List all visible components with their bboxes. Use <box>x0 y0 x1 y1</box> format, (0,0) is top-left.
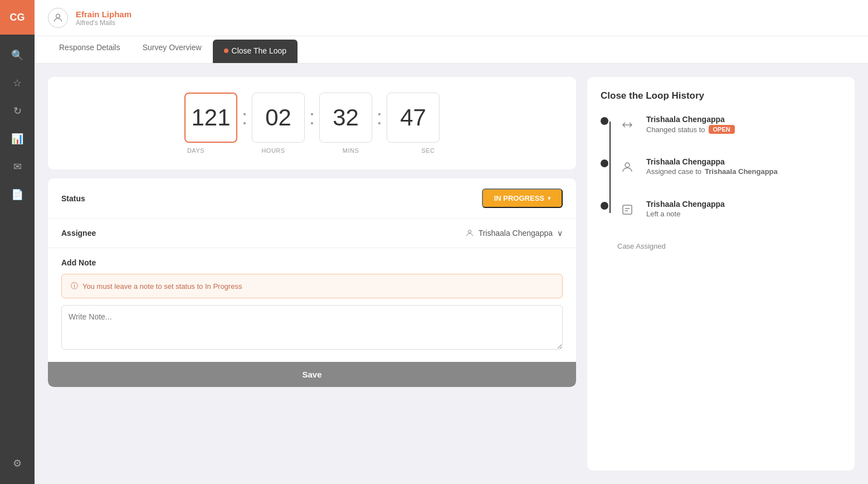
header-subtitle: Alfred's Mails <box>76 19 131 27</box>
warning-icon: ⓘ <box>71 281 78 291</box>
timeline-content-1: Trishaala Chengappa Changed status to OP… <box>646 115 841 134</box>
svg-point-1 <box>468 230 471 233</box>
svg-point-2 <box>625 163 630 167</box>
settings-icon: ⚙ <box>13 457 22 470</box>
timer-label-sec: SEC <box>402 147 455 154</box>
left-panel: 121 : 02 : 32 : 47 DAYS HOURS MINS SEC <box>48 77 576 471</box>
timer-label-hours: HOURS <box>247 147 300 154</box>
status-chevron-icon: ▾ <box>548 195 550 201</box>
sidebar-item-chart[interactable]: 📊 <box>6 127 29 151</box>
sidebar-item-refresh[interactable]: ↻ <box>6 99 29 123</box>
assignee-value: Trishaala Chengappa <box>479 229 553 238</box>
tab-close-label: Close The Loop <box>232 46 287 55</box>
warning-text: You must leave a note to set status to I… <box>82 282 242 291</box>
status-button[interactable]: IN PROGRESS ▾ <box>482 188 563 208</box>
status-row: Status IN PROGRESS ▾ <box>48 178 576 219</box>
colon-3: : <box>377 106 382 129</box>
timeline-dot-1 <box>601 117 608 125</box>
timer-sec: 47 <box>387 93 440 143</box>
sidebar-item-settings[interactable]: ⚙ <box>6 452 29 475</box>
timer-days: 121 <box>184 93 237 143</box>
note-section: Add Note ⓘ You must leave a note to set … <box>48 248 576 362</box>
sidebar-bottom: ⚙ <box>6 452 29 484</box>
timeline-desc-3: Left a note <box>646 210 841 218</box>
timer-hours: 02 <box>252 93 305 143</box>
sidebar-item-document[interactable]: 📄 <box>6 183 29 206</box>
timeline-action-3: Left a note <box>646 210 680 218</box>
timer-row: 121 : 02 : 32 : 47 <box>184 93 440 143</box>
timeline: Trishaala Chengappa Changed status to OP… <box>601 115 841 220</box>
timer-label-mins: MINS <box>324 147 377 154</box>
sidebar: CG 🔍 ☆ ↻ 📊 ✉ 📄 ⚙ <box>0 0 35 484</box>
header-name: Efrain Lipham <box>76 9 131 19</box>
sidebar-item-star[interactable]: ☆ <box>6 71 29 95</box>
timer-labels: DAYS HOURS MINS SEC <box>169 147 455 154</box>
timer-card: 121 : 02 : 32 : 47 DAYS HOURS MINS SEC <box>48 77 576 170</box>
timeline-name-1: Trishaala Chengappa <box>646 115 841 124</box>
timeline-icon-1 <box>617 115 637 135</box>
assignee-person-icon <box>465 229 474 238</box>
timeline-name-2: Trishaala Chengappa <box>646 157 841 166</box>
document-icon: 📄 <box>11 188 23 201</box>
timeline-item-2: Trishaala Chengappa Assigned case to Tri… <box>601 157 841 177</box>
right-panel: Close the Loop History Trishaala Chengap… <box>587 77 855 471</box>
refresh-icon: ↻ <box>13 105 22 117</box>
timer-mins: 32 <box>319 93 372 143</box>
status-label: Status <box>61 194 85 203</box>
svg-point-0 <box>56 14 60 18</box>
note-warning: ⓘ You must leave a note to set status to… <box>61 274 563 298</box>
tab-active-dot <box>224 49 228 53</box>
timeline-content-2: Trishaala Chengappa Assigned case to Tri… <box>646 157 841 176</box>
history-title: Close the Loop History <box>601 90 841 101</box>
timeline-icon-2 <box>617 157 637 177</box>
mail-icon: ✉ <box>13 161 22 173</box>
timeline-item-3: Trishaala Chengappa Left a note <box>601 200 841 220</box>
chart-icon: 📊 <box>11 133 23 145</box>
assignee-label: Assignee <box>61 229 96 238</box>
sidebar-item-mail[interactable]: ✉ <box>6 155 29 178</box>
timeline-dot-3 <box>601 202 608 210</box>
tab-survey-overview[interactable]: Survey Overview <box>131 36 213 63</box>
header-info: Efrain Lipham Alfred's Mails <box>76 9 131 27</box>
timeline-item-1: Trishaala Chengappa Changed status to OP… <box>601 115 841 135</box>
assignee-row: Assignee Trishaala Chengappa ∨ <box>48 219 576 248</box>
timeline-name-3: Trishaala Chengappa <box>646 200 841 209</box>
form-card: Status IN PROGRESS ▾ Assignee Trishaa <box>48 178 576 387</box>
tab-response-details[interactable]: Response Details <box>48 36 131 63</box>
colon-1: : <box>242 106 247 129</box>
main-area: Efrain Lipham Alfred's Mails Response De… <box>35 0 868 484</box>
content-area: 121 : 02 : 32 : 47 DAYS HOURS MINS SEC <box>35 64 868 484</box>
sidebar-item-search[interactable]: 🔍 <box>6 43 29 67</box>
avatar <box>48 8 68 28</box>
timeline-status-open: OPEN <box>709 125 735 134</box>
history-footer: Case Assigned <box>601 242 841 250</box>
timeline-content-3: Trishaala Chengappa Left a note <box>646 200 841 218</box>
status-value: IN PROGRESS <box>494 194 544 202</box>
timeline-icon-3 <box>617 200 637 220</box>
tab-close-the-loop[interactable]: Close The Loop <box>213 40 298 63</box>
timer-label-days: DAYS <box>169 147 222 154</box>
timeline-desc-2: Assigned case to Trishaala Chengappa <box>646 167 841 176</box>
timeline-action-2: Assigned case to <box>646 167 701 176</box>
save-button[interactable]: Save <box>48 362 576 387</box>
assignee-chevron-icon: ∨ <box>557 229 563 238</box>
star-icon: ☆ <box>13 77 22 89</box>
timeline-desc-1: Changed status to OPEN <box>646 125 841 134</box>
timeline-action-1: Changed status to <box>646 125 705 134</box>
colon-2: : <box>309 106 315 129</box>
tabs-bar: Response Details Survey Overview Close T… <box>35 36 868 64</box>
search-icon: 🔍 <box>11 49 23 61</box>
sidebar-logo[interactable]: CG <box>0 0 35 35</box>
sidebar-nav: 🔍 ☆ ↻ 📊 ✉ 📄 <box>6 35 29 452</box>
assignee-select[interactable]: Trishaala Chengappa ∨ <box>465 229 563 238</box>
note-label: Add Note <box>61 258 563 267</box>
svg-rect-3 <box>623 205 632 214</box>
timeline-bold-2: Trishaala Chengappa <box>705 167 778 176</box>
header: Efrain Lipham Alfred's Mails <box>35 0 868 36</box>
note-textarea[interactable] <box>61 305 563 350</box>
timeline-dot-2 <box>601 159 608 167</box>
